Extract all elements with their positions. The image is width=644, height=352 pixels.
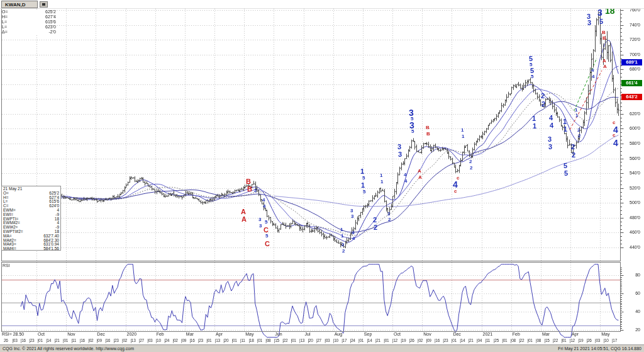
day-tick-label: |01 bbox=[452, 338, 457, 343]
day-tick-label: |23 bbox=[114, 338, 119, 343]
wave-label: 4 bbox=[263, 204, 265, 209]
day-tick-label: |03 bbox=[325, 338, 330, 343]
day-tick-label: |01 bbox=[206, 338, 211, 343]
wave-label: B bbox=[246, 178, 251, 185]
wave-label: 1 bbox=[563, 118, 567, 125]
wave-label: 2 bbox=[578, 133, 580, 139]
day-tick-label: |24 bbox=[164, 338, 169, 343]
wave-label: A bbox=[242, 216, 247, 223]
day-tick-label: |16 bbox=[189, 338, 194, 343]
day-tick-label: |01 bbox=[257, 338, 262, 343]
day-tick-label: |10 bbox=[333, 338, 338, 343]
month-tick-label: Feb bbox=[157, 332, 164, 336]
day-tick-label: |02 bbox=[88, 338, 93, 343]
month-tick-label: Jun bbox=[275, 332, 282, 336]
wave-label: B bbox=[247, 186, 252, 193]
wave-label: A bbox=[603, 64, 607, 69]
price-tick-label: 560'0 bbox=[623, 156, 640, 161]
day-tick-label: |17 bbox=[612, 338, 617, 343]
wave-label: 1 bbox=[461, 128, 464, 133]
wave-label: C bbox=[265, 241, 270, 247]
wave-label: 5 bbox=[411, 129, 414, 134]
wave-label: 5 bbox=[599, 18, 603, 25]
day-tick-label: |19 bbox=[401, 338, 406, 343]
wave-label: 5 bbox=[564, 170, 568, 177]
day-tick-label: |23 bbox=[198, 338, 203, 343]
wave-label: 4 bbox=[592, 74, 594, 79]
wave-label: A bbox=[418, 169, 421, 174]
day-tick-label: |27 bbox=[316, 338, 321, 343]
day-tick-label: |14 bbox=[367, 338, 372, 343]
wave-label: 4 bbox=[550, 122, 553, 129]
month-tick-label: Dec bbox=[97, 332, 104, 336]
wave-label: 2 bbox=[571, 144, 575, 150]
wave-label: 2 bbox=[572, 152, 575, 159]
day-tick-label: |16 bbox=[105, 338, 110, 343]
month-tick-label: Jul bbox=[305, 332, 311, 336]
wave-label: 4 bbox=[549, 115, 553, 122]
day-tick-label: |01 bbox=[502, 338, 507, 343]
day-tick-label: |09 bbox=[181, 338, 186, 343]
day-tick-label: |03 bbox=[147, 338, 152, 343]
wave-label: 4 bbox=[613, 139, 618, 147]
day-tick-label: |10 bbox=[156, 338, 161, 343]
wave-label: 2 bbox=[341, 242, 344, 247]
day-tick-label: |22 bbox=[553, 338, 558, 343]
month-tick-label: Oct bbox=[38, 332, 45, 336]
month-tick-label: Nov bbox=[423, 332, 431, 336]
wave-label: 5 bbox=[531, 74, 533, 79]
wave-label: 3 bbox=[350, 208, 353, 213]
symbol-tab[interactable]: KWAN,D bbox=[1, 1, 38, 8]
day-tick-label: |08 bbox=[511, 338, 516, 343]
price-marker: 661'4 bbox=[621, 80, 642, 86]
quote-label: L= bbox=[2, 20, 7, 24]
day-tick-label: |27 bbox=[139, 338, 144, 343]
wave-label: 2 bbox=[373, 217, 377, 224]
day-tick-label: |25 bbox=[494, 338, 499, 343]
day-tick-label: |12 bbox=[392, 338, 397, 343]
day-tick-label: |23 bbox=[443, 338, 448, 343]
day-tick-label: |20 bbox=[223, 338, 228, 343]
day-tick-label: |16 bbox=[21, 338, 26, 343]
study-legend-box: 21 May 21O=625'2H=627'4L=615'6C=624'0EWM… bbox=[1, 186, 61, 251]
wave-label: c bbox=[613, 133, 615, 138]
wave-label: A bbox=[418, 175, 422, 180]
day-tick-label: 26 bbox=[4, 338, 8, 343]
quote-row: L=615'6 bbox=[2, 20, 56, 25]
day-tick-label: |15 bbox=[274, 338, 279, 343]
day-tick-label: |18 bbox=[248, 338, 253, 343]
day-tick-label: |26 bbox=[409, 338, 414, 343]
day-tick-label: |04 bbox=[477, 338, 482, 343]
wave-label: 4 bbox=[404, 179, 407, 184]
month-tick-label: Nov bbox=[67, 332, 75, 336]
wave-label: 1 bbox=[575, 113, 578, 118]
day-tick-label: |14 bbox=[460, 338, 465, 343]
day-tick-label: |02 bbox=[122, 338, 127, 343]
wave-label: 2 bbox=[388, 217, 391, 222]
wave-label: 3 bbox=[351, 214, 353, 219]
rsi-tick-label: 40 bbox=[623, 309, 640, 314]
rsi-panel-title: RSI bbox=[3, 263, 10, 268]
day-tick-label: |02 bbox=[418, 338, 423, 343]
wave-label: c bbox=[454, 189, 457, 194]
day-tick-label: |02 bbox=[173, 338, 178, 343]
wave-label: 2 bbox=[541, 101, 545, 108]
wave-label: A bbox=[602, 59, 606, 64]
day-tick-label: |16 bbox=[80, 338, 85, 343]
month-tick-label: Mar bbox=[542, 332, 550, 336]
wave-label: 5 bbox=[362, 176, 365, 181]
legend-label: MA#4= bbox=[3, 246, 16, 251]
wave-label: A bbox=[241, 208, 246, 215]
month-tick-label: Mar bbox=[186, 332, 194, 336]
day-tick-label: |01 bbox=[38, 338, 43, 343]
day-tick-label: |26 bbox=[587, 338, 592, 343]
wave-label: 3 bbox=[258, 217, 261, 222]
price-tick-label: 740'0 bbox=[623, 23, 640, 27]
wave-label: 2 bbox=[254, 188, 257, 193]
day-tick-label: |03 bbox=[595, 338, 600, 343]
day-tick-label: |11 bbox=[486, 338, 491, 343]
tab-menu-button[interactable] bbox=[40, 1, 48, 8]
quote-row: H=627'4 bbox=[2, 14, 56, 20]
wave-label: 3 bbox=[259, 224, 262, 229]
price-tick-label: 620'0 bbox=[623, 111, 640, 116]
